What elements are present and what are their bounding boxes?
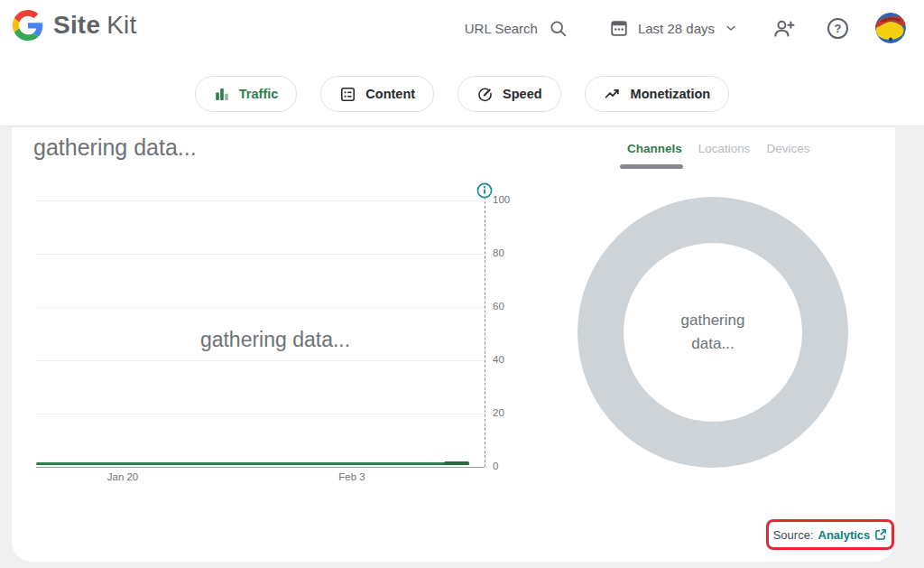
source-link-label: Analytics [818, 528, 871, 542]
sitekit-logo[interactable]: SiteKit [13, 10, 136, 41]
question-mark-icon: ? [835, 22, 842, 35]
list-alt-icon [339, 86, 356, 103]
traffic-widget-card: gathering data... 100 80 60 40 20 0 Jan … [12, 127, 895, 562]
url-search-button[interactable]: URL Search [465, 19, 568, 38]
avatar-image-icon [875, 13, 906, 43]
person-add-icon [772, 17, 795, 40]
active-tab-indicator [620, 164, 683, 169]
tab-label: Speed [503, 87, 542, 101]
user-avatar[interactable] [875, 13, 906, 43]
tab-devices[interactable]: Devices [767, 142, 810, 155]
context-nav: Traffic Content [0, 76, 924, 112]
traffic-series-line [36, 462, 469, 465]
external-link-icon [874, 528, 887, 541]
gridline [36, 254, 485, 255]
google-logo-icon [13, 10, 43, 41]
url-search-label: URL Search [465, 21, 538, 36]
traffic-series-line-end [444, 461, 469, 465]
gridline [36, 307, 485, 308]
tab-label: Monetization [631, 87, 711, 101]
chevron-down-icon [724, 21, 738, 35]
gathering-data-heading: gathering data... [33, 135, 197, 161]
y-tick-label: 0 [493, 461, 525, 471]
source-label: Source: [773, 528, 814, 542]
chart-gathering-data-label: gathering data... [140, 328, 411, 352]
date-range-value: Last 28 days [638, 21, 715, 36]
share-access-button[interactable] [772, 17, 795, 40]
donut-hole: gathering data... [624, 243, 802, 422]
x-axis-line [36, 467, 485, 468]
tab-label: Content [365, 87, 415, 101]
donut-gathering-data-label: gathering data... [662, 309, 763, 357]
date-range-selector[interactable]: Last 28 days [609, 18, 738, 38]
gridline [36, 200, 485, 201]
y-tick-label: 20 [493, 407, 525, 418]
channels-donut-chart: gathering data... [578, 197, 848, 468]
search-icon [549, 19, 568, 38]
x-tick-label: Feb 3 [325, 471, 379, 482]
y-tick-label: 80 [493, 247, 525, 258]
header-controls: URL Search Last 28 days [465, 12, 906, 44]
y-tick-label: 60 [493, 301, 525, 312]
gridline [36, 360, 485, 361]
current-date-marker [485, 197, 485, 467]
breakdown-tabs: Channels Locations Devices [627, 142, 810, 155]
brand-title: SiteKit [53, 11, 136, 40]
tab-traffic[interactable]: Traffic [195, 76, 298, 112]
app-header: SiteKit URL Search [0, 0, 924, 126]
tab-locations[interactable]: Locations [698, 142, 751, 155]
speedometer-icon [476, 86, 494, 103]
tab-monetization[interactable]: Monetization [585, 76, 730, 112]
source-analytics-link[interactable]: Analytics [818, 528, 888, 542]
help-button[interactable]: ? [827, 18, 848, 39]
tab-content[interactable]: Content [320, 76, 434, 112]
y-tick-label: 40 [493, 354, 525, 365]
tab-label: Traffic [239, 87, 279, 101]
bar-chart-icon [214, 86, 230, 102]
highlight-annotation-box: Source: Analytics [766, 519, 894, 550]
tab-channels[interactable]: Channels [627, 142, 682, 155]
x-tick-label: Jan 20 [96, 471, 150, 482]
gridline [36, 414, 485, 414]
trending-up-icon [604, 85, 622, 103]
info-icon[interactable] [476, 182, 493, 199]
y-tick-label: 100 [493, 194, 525, 205]
tab-speed[interactable]: Speed [457, 76, 561, 112]
calendar-icon [609, 18, 629, 38]
